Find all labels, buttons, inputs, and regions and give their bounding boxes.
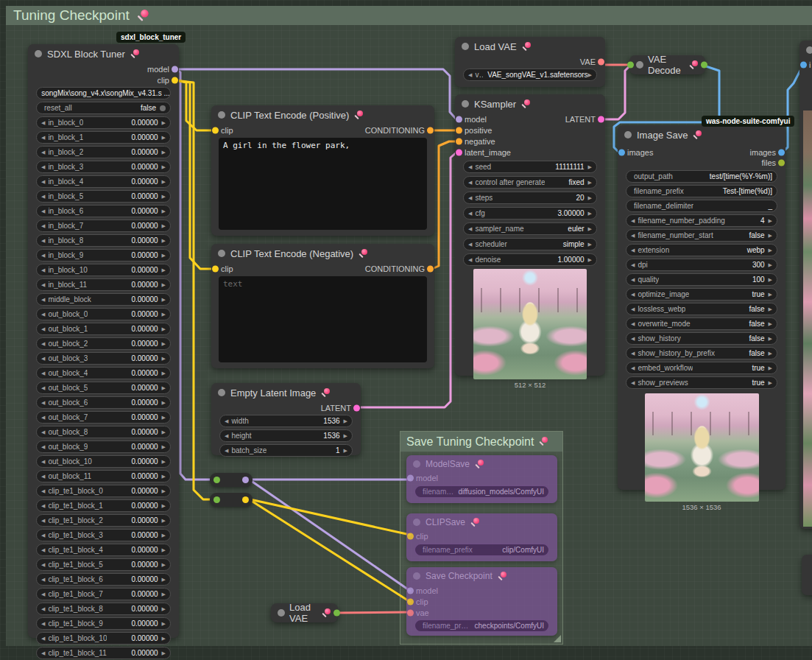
increment-arrow[interactable]: ▶ <box>769 277 772 283</box>
decrement-arrow[interactable]: ◀ <box>41 400 45 406</box>
decrement-arrow[interactable]: ◀ <box>41 356 45 362</box>
save-option-widget[interactable]: ◀ optimize_image true ▶ <box>626 288 777 301</box>
reroute-output-port[interactable] <box>242 496 249 503</box>
decrement-arrow[interactable]: ◀ <box>225 433 228 439</box>
sampler-widget[interactable]: ◀ cfg 3.00000 ▶ <box>463 207 597 220</box>
checkpoint-combo[interactable]: songMix\song_v4.x\songMix_v4.31.s ... <box>36 87 171 99</box>
increment-arrow[interactable]: ▶ <box>162 474 166 480</box>
input-port-clip[interactable] <box>212 127 219 133</box>
decrement-arrow[interactable]: ◀ <box>41 371 45 376</box>
block-slider[interactable]: ◀ in_block_0 0.00000 ▶ <box>36 116 171 129</box>
increment-arrow[interactable]: ▶ <box>162 459 166 465</box>
block-slider[interactable]: ◀ out_block_8 0.00000 ▶ <box>36 426 171 438</box>
number-widget[interactable]: ◀ batch_size 1 ▶ <box>219 444 353 457</box>
prompt-textarea[interactable]: text <box>219 276 427 362</box>
node-header[interactable]: Save Checkpoint <box>406 567 557 585</box>
collapse-dot[interactable] <box>218 389 225 396</box>
save-option-widget[interactable]: ◀ show_history false ▶ <box>626 332 777 345</box>
block-slider[interactable]: ◀ clip_te1_block_6 0.00000 ▶ <box>36 573 171 586</box>
increment-arrow[interactable]: ▶ <box>162 606 166 612</box>
increment-arrow[interactable]: ▶ <box>162 282 166 288</box>
node-partial-right-bottom[interactable] <box>802 555 812 595</box>
increment-arrow[interactable]: ▶ <box>769 321 772 327</box>
output-port-vae[interactable] <box>598 58 604 65</box>
block-slider[interactable]: ◀ out_block_10 0.00000 ▶ <box>36 455 171 468</box>
increment-arrow[interactable]: ▶ <box>162 429 166 435</box>
node-header[interactable]: Load VAE <box>455 37 605 56</box>
node-load-vae-top[interactable]: Load VAE VAE ◀ v ... VAE_songVAE_v1.safe… <box>455 37 605 87</box>
increment-arrow[interactable]: ▶ <box>162 533 166 538</box>
input-port-images[interactable] <box>800 62 807 69</box>
increment-arrow[interactable]: ▶ <box>769 218 772 224</box>
increment-arrow[interactable]: ▶ <box>769 306 772 312</box>
increment-arrow[interactable]: ▶ <box>162 326 166 332</box>
decrement-arrow[interactable]: ◀ <box>631 292 635 298</box>
save-option-widget[interactable]: ◀ quality 100 ▶ <box>626 273 777 286</box>
reroute-model[interactable] <box>210 473 253 487</box>
text-widget[interactable]: filename_prefix Test-[time(%d)] <box>626 185 777 197</box>
node-clipsave[interactable]: CLIPSave clip filename_prefix clip/Comfy… <box>406 513 557 561</box>
vae-name-combo[interactable]: ◀ v ... VAE_songVAE_v1.safetensors ▶ <box>463 69 597 81</box>
decrement-arrow[interactable]: ◀ <box>631 233 635 239</box>
input-port-clip[interactable] <box>212 265 219 272</box>
node-clip-text-encode-positive[interactable]: CLIP Text Encode (Positive) clip CONDITI… <box>211 105 434 236</box>
decrement-arrow[interactable]: ◀ <box>41 591 45 597</box>
collapse-dot[interactable] <box>218 250 225 257</box>
decrement-arrow[interactable]: ◀ <box>631 248 635 253</box>
increment-arrow[interactable]: ▶ <box>162 208 166 214</box>
decrement-arrow[interactable]: ◀ <box>41 312 45 317</box>
decrement-arrow[interactable]: ◀ <box>468 164 472 170</box>
block-slider[interactable]: ◀ in_block_8 0.00000 ▶ <box>36 234 171 247</box>
input-port-positive[interactable] <box>456 127 462 133</box>
block-slider[interactable]: ◀ in_block_6 0.00000 ▶ <box>36 205 171 217</box>
decrement-arrow[interactable]: ◀ <box>41 503 45 509</box>
input-port-clip[interactable] <box>407 533 414 540</box>
sampler-widget[interactable]: ◀ control after generate fixed ▶ <box>463 176 597 189</box>
node-header[interactable]: CLIP Text Encode (Positive) <box>211 105 434 124</box>
increment-arrow[interactable]: ▶ <box>162 400 166 406</box>
collapsed-input-port[interactable] <box>627 62 634 69</box>
block-slider[interactable]: ◀ clip_te1_block_10 0.00000 ▶ <box>36 632 171 645</box>
decrement-arrow[interactable]: ◀ <box>41 150 45 155</box>
increment-arrow[interactable]: ▶ <box>162 253 166 259</box>
decrement-arrow[interactable]: ◀ <box>631 262 635 268</box>
block-slider[interactable]: ◀ in_block_4 0.00000 ▶ <box>36 175 171 188</box>
increment-arrow[interactable]: ▶ <box>162 120 166 126</box>
node-empty-latent-image[interactable]: Empty Latent Image LATENT ◀ width 1536 ▶… <box>211 383 361 455</box>
sampler-widget[interactable]: ◀ steps 20 ▶ <box>463 192 597 204</box>
collapse-dot[interactable] <box>636 61 643 69</box>
reroute-output-port[interactable] <box>242 477 249 483</box>
increment-arrow[interactable]: ▶ <box>162 164 166 170</box>
node-header[interactable]: Empty Latent Image <box>211 383 361 402</box>
increment-arrow[interactable]: ▶ <box>162 179 166 185</box>
increment-arrow[interactable]: ▶ <box>162 267 166 273</box>
increment-arrow[interactable]: ▶ <box>769 351 772 357</box>
decrement-arrow[interactable]: ◀ <box>41 194 45 200</box>
input-port-clip[interactable] <box>407 598 414 605</box>
increment-arrow[interactable]: ▶ <box>162 238 166 244</box>
decrement-arrow[interactable]: ◀ <box>468 242 472 248</box>
node-partial-right[interactable]: i <box>799 41 812 529</box>
output-port-conditioning[interactable] <box>427 127 434 133</box>
decrement-arrow[interactable]: ◀ <box>631 365 635 371</box>
collapse-dot[interactable] <box>462 100 469 108</box>
decrement-arrow[interactable]: ◀ <box>41 135 45 141</box>
block-slider[interactable]: ◀ out_block_3 0.00000 ▶ <box>36 352 171 365</box>
input-port-model[interactable] <box>407 475 414 482</box>
decrement-arrow[interactable]: ◀ <box>468 180 472 186</box>
filename-prefix-widget[interactable]: filename_ ... diffusion_models/ComfyUI <box>414 485 549 498</box>
block-slider[interactable]: ◀ out_block_4 0.00000 ▶ <box>36 367 171 379</box>
increment-arrow[interactable]: ▶ <box>162 444 166 450</box>
sampler-widget[interactable]: ◀ denoise 1.00000 ▶ <box>463 253 597 266</box>
decrement-arrow[interactable]: ◀ <box>41 267 45 273</box>
decrement-arrow[interactable]: ◀ <box>631 321 635 327</box>
reset-all-toggle[interactable]: reset_all false <box>36 102 171 114</box>
number-widget[interactable]: ◀ height 1536 ▶ <box>219 429 353 442</box>
reroute-clip[interactable] <box>210 493 253 507</box>
block-slider[interactable]: ◀ in_block_3 0.00000 ▶ <box>36 161 171 173</box>
reroute-input-port[interactable] <box>213 477 220 483</box>
increment-arrow[interactable]: ▶ <box>769 248 772 253</box>
collapsed-output-port[interactable] <box>701 62 707 69</box>
block-slider[interactable]: ◀ clip_te1_block_5 0.00000 ▶ <box>36 558 171 571</box>
increment-arrow[interactable]: ▶ <box>344 418 347 424</box>
